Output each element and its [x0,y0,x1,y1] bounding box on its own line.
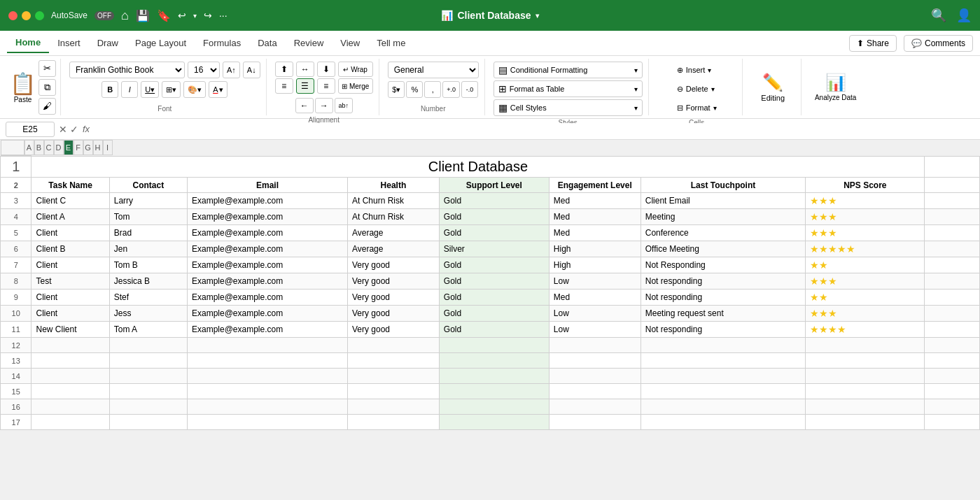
minimize-button[interactable] [22,11,31,20]
conditional-formatting-button[interactable]: ▤ Conditional Formatting ▾ [493,62,643,78]
decrease-decimal-button[interactable]: -.0 [461,81,478,98]
cell-F9[interactable]: Med [549,290,640,306]
align-center-button[interactable]: ☰ [296,78,314,94]
header-support[interactable]: Support Level [439,178,549,193]
indent-increase-button[interactable]: → [315,98,333,113]
font-shrink-button[interactable]: A↓ [243,62,260,78]
cell-G11[interactable]: Not responding [640,322,806,338]
cell-B8[interactable]: Jessica B [109,273,187,290]
cell-A11[interactable]: New Client [31,322,109,338]
save-icon[interactable]: 💾 [136,9,150,22]
cell-E7[interactable]: Gold [439,257,549,273]
col-header-B[interactable]: B [34,140,44,155]
insert-cells-button[interactable]: ⊕ Insert ▾ [672,62,722,78]
cell-D11[interactable]: Very good [347,322,439,338]
cell-B10[interactable]: Jess [109,306,187,322]
cell-D5[interactable]: Average [347,225,439,241]
cell-H10[interactable]: ★★★ [806,306,925,322]
cell-D3[interactable]: At Churn Risk [347,193,439,209]
cell-E8[interactable]: Gold [439,273,549,290]
cell-G4[interactable]: Meeting [640,209,806,225]
paste-button[interactable]: 📋 Paste [10,71,36,103]
cell-C6[interactable]: Example@example.com [187,241,347,257]
cell-C5[interactable]: Example@example.com [187,225,347,241]
cell-F4[interactable]: Med [549,209,640,225]
cell-H7[interactable]: ★★ [806,257,925,273]
cell-D7[interactable]: Very good [347,257,439,273]
cell-H8[interactable]: ★★★ [806,273,925,290]
cell-I11[interactable] [925,322,980,338]
header-email[interactable]: Email [187,178,347,193]
cell-B6[interactable]: Jen [109,241,187,257]
italic-button[interactable]: I [121,81,138,98]
align-top-button[interactable]: ⬆ [275,62,293,77]
account-icon[interactable]: 👤 [956,8,972,23]
cut-button[interactable]: ✂ [38,60,56,77]
cell-B3[interactable]: Larry [109,193,187,209]
indent-decrease-button[interactable]: ← [295,98,314,113]
undo-icon[interactable]: ↩ [178,10,186,21]
delete-cells-button[interactable]: ⊖ Delete ▾ [672,80,722,97]
header-health[interactable]: Health [347,178,439,193]
cell-F3[interactable]: Med [549,193,640,209]
cell-I3[interactable] [925,193,980,209]
orient-button[interactable]: ab↑ [335,98,353,113]
cell-B9[interactable]: Stef [109,290,187,306]
tab-view[interactable]: View [332,34,368,52]
cell-F5[interactable]: Med [549,225,640,241]
cell-I4[interactable] [925,209,980,225]
format-painter-button[interactable]: 🖌 [38,98,56,115]
cell-I10[interactable] [925,306,980,322]
cell-G6[interactable]: Office Meeting [640,241,806,257]
bookmark-icon[interactable]: 🔖 [157,9,171,22]
font-family-select[interactable]: Franklin Gothic Book [69,62,185,78]
cell-H3[interactable]: ★★★ [806,193,925,209]
cell-E5[interactable]: Gold [439,225,549,241]
tab-page-layout[interactable]: Page Layout [127,34,195,52]
title-chevron-icon[interactable]: ▾ [536,12,539,20]
currency-button[interactable]: $▾ [388,81,405,98]
cell-A6[interactable]: Client B [31,241,109,257]
cell-reference-input[interactable] [6,122,55,137]
cell-D10[interactable]: Very good [347,306,439,322]
format-cells-button[interactable]: ⊟ Format ▾ [672,99,722,116]
scroll-container[interactable]: A B C D E F G H I 1 Client Database [0,140,980,430]
home-icon[interactable]: ⌂ [121,8,129,23]
share-button[interactable]: ⬆ Share [849,35,897,52]
borders-button[interactable]: ⊞▾ [162,81,181,98]
cell-A3[interactable]: Client C [31,193,109,209]
cell-F7[interactable]: High [549,257,640,273]
cell-I8[interactable] [925,273,980,290]
col-header-H[interactable]: H [93,140,103,155]
font-size-select[interactable]: 16 [188,62,220,78]
cell-C9[interactable]: Example@example.com [187,290,347,306]
underline-button[interactable]: U▾ [141,81,159,98]
cell-B4[interactable]: Tom [109,209,187,225]
cell-I5[interactable] [925,225,980,241]
tab-home[interactable]: Home [7,33,49,53]
font-grow-button[interactable]: A↑ [223,62,240,78]
align-bottom-button[interactable]: ⬇ [317,62,335,77]
cell-E4[interactable]: Gold [439,209,549,225]
header-extra[interactable] [925,178,980,193]
comma-button[interactable]: , [424,81,441,98]
fill-color-button[interactable]: 🎨▾ [183,81,206,98]
cell-F8[interactable]: Low [549,273,640,290]
cell-F10[interactable]: Low [549,306,640,322]
cell-G5[interactable]: Conference [640,225,806,241]
cell-D4[interactable]: At Churn Risk [347,209,439,225]
cell-H4[interactable]: ★★★ [806,209,925,225]
tab-data[interactable]: Data [249,34,285,52]
cell-I6[interactable] [925,241,980,257]
formula-input[interactable] [94,123,974,136]
tab-draw[interactable]: Draw [89,34,127,52]
maximize-button[interactable] [35,11,44,20]
align-right-button[interactable]: ≡ [317,78,335,94]
cell-A7[interactable]: Client [31,257,109,273]
header-contact[interactable]: Contact [109,178,187,193]
cell-I1[interactable] [925,157,980,178]
search-icon[interactable]: 🔍 [931,8,946,23]
cell-H11[interactable]: ★★★★ [806,322,925,338]
autosave-toggle[interactable]: OFF [94,11,114,20]
increase-decimal-button[interactable]: +.0 [442,81,460,98]
